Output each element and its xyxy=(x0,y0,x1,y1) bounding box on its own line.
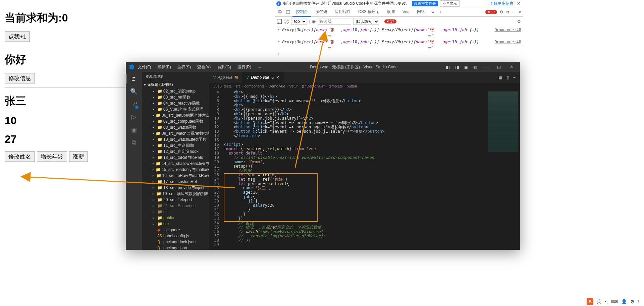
tree-node[interactable]: JSbabel.config.js xyxy=(142,233,209,239)
ime-lang[interactable]: 英 xyxy=(597,299,601,305)
live-expression-icon[interactable]: ◉ xyxy=(312,19,316,24)
menu-edit[interactable]: 编辑(E) xyxy=(155,65,174,69)
frame-select[interactable]: top xyxy=(291,18,307,25)
increment-button[interactable]: 点我+1 xyxy=(5,32,30,42)
workspace-root[interactable]: ▾ 无标题 (工作区) xyxy=(142,81,209,88)
tree-node[interactable]: ▸📁20_src_Teleport xyxy=(142,197,209,203)
layout-icon[interactable]: ◨ xyxy=(453,65,461,70)
menu-go[interactable]: 转到(G) xyxy=(215,65,234,69)
log-level-select[interactable]: 默认级别 xyxy=(353,18,379,25)
tree-node[interactable]: ▸📁07_src_computed函数 xyxy=(142,118,209,124)
tree-node[interactable]: {}package.json xyxy=(142,245,209,250)
tab-application[interactable]: 应用程序 xyxy=(331,7,354,16)
remote-icon[interactable]: ⧉ xyxy=(130,138,138,146)
toggle-console-icon[interactable] xyxy=(277,19,282,24)
tree-node[interactable]: ◆.gitignore xyxy=(142,227,209,233)
menu-selection[interactable]: 选择(S) xyxy=(175,65,194,69)
more-tools-icon[interactable]: ⁝⁝ xyxy=(638,299,641,304)
tab-demo-vue[interactable]: VDemo.vueU✕ xyxy=(242,72,284,83)
tree-node[interactable]: ▸📁dist xyxy=(142,209,209,215)
tab-welcome[interactable]: 欢迎 xyxy=(384,7,398,16)
elements-icon[interactable]: ❐ xyxy=(284,9,292,15)
console-line[interactable]: ▸Proxy(Object) {name: '张三', age: 10, job… xyxy=(275,27,523,39)
learn-more-link[interactable]: 了解更多信息 xyxy=(489,1,514,6)
source-control-icon[interactable]: ⎇ xyxy=(130,100,138,108)
minimize-icon[interactable]: — xyxy=(481,65,492,69)
dock-icon[interactable]: ⧉ xyxy=(506,10,509,14)
tree-node[interactable]: ▸📁09_src_watch监视ref数据的说明 xyxy=(142,130,209,136)
run-debug-icon[interactable]: ▷ xyxy=(130,113,138,121)
grow-age-button[interactable]: 增长年龄 xyxy=(37,151,67,162)
layout-icon[interactable]: ▥ xyxy=(471,65,479,70)
tree-node[interactable]: ▸📁13_src_toRef与toRefs xyxy=(142,155,209,161)
search-icon[interactable]: 🔍 xyxy=(130,87,138,96)
tree-node[interactable]: ▸📁06_src_setup的两个注意点 xyxy=(142,112,209,118)
tree-node[interactable]: ▸📁05_Vue3的响应式原理 xyxy=(142,106,209,112)
ime-punct-icon[interactable]: •, xyxy=(605,299,608,304)
close-window-icon[interactable]: ✕ xyxy=(506,65,517,69)
minimap[interactable] xyxy=(486,89,520,250)
tree-node[interactable]: ▸📁14_src_shallowReactive与shallowRef xyxy=(142,161,209,167)
more-actions-icon[interactable]: ⋯ xyxy=(513,75,517,80)
tree-node[interactable]: ▸📁15_src_readonly与shallowReadonly xyxy=(142,167,209,173)
source-link[interactable]: Demo.vue:48 xyxy=(481,27,521,32)
clear-console-icon[interactable] xyxy=(284,19,289,24)
menu-run[interactable]: 运行(R) xyxy=(235,65,254,69)
tree-node[interactable]: ▸📁03_src_ref函数 xyxy=(142,94,209,100)
settings-icon[interactable]: ⚙ xyxy=(630,299,635,304)
raise-salary-button[interactable]: 涨薪 xyxy=(69,151,88,162)
new-tab-icon[interactable]: ＋ xyxy=(437,9,444,15)
console-line[interactable]: ▸Proxy(Object) {name: '张三', age: 10, job… xyxy=(275,39,523,51)
settings-icon[interactable]: ⚙ xyxy=(500,10,503,14)
sogou-ime-icon[interactable]: S xyxy=(587,298,593,305)
tree-node[interactable]: ▸📁19_src_响应式数据的判断 xyxy=(142,191,209,197)
do-not-show-button[interactable]: 不再显示 xyxy=(440,0,460,7)
tree-node[interactable]: ▸📁public xyxy=(142,215,209,221)
tree-node[interactable]: ▸📁08_src_watch函数 xyxy=(142,124,209,130)
change-msg-button[interactable]: 修改信息 xyxy=(5,73,35,83)
tree-node[interactable]: ▸📁12_src_自定义hook xyxy=(142,148,209,155)
tree-node[interactable]: ▸📁18_src_provide与inject xyxy=(142,185,209,191)
error-count-badge[interactable]: 17 xyxy=(485,10,497,14)
tree-node[interactable]: ▸📁11_src_生命周期 xyxy=(142,142,209,148)
filter-input[interactable] xyxy=(318,18,351,25)
toggle-preview-icon[interactable]: ▦ xyxy=(498,75,502,80)
tab-network[interactable]: 网络 xyxy=(414,7,428,16)
set-root-button[interactable]: 设置根文件夹 xyxy=(412,1,438,6)
close-icon[interactable]: ✕ xyxy=(516,1,522,6)
tab-css-overview[interactable]: CSS 概述 ▲ xyxy=(355,7,383,16)
layout-icon[interactable]: ▣ xyxy=(462,65,470,70)
code-editor[interactable]: 4567891011121314151617181920212223242526… xyxy=(209,89,520,250)
source-link[interactable]: Demo.vue:48 xyxy=(481,40,521,44)
tree-node[interactable]: ▸📁10_src_watchEffect函数 xyxy=(142,136,209,142)
device-toolbar-icon[interactable]: ⧉ xyxy=(276,9,284,15)
menu-view[interactable]: 查看(V) xyxy=(195,65,213,69)
console-settings-icon[interactable]: ⚙ xyxy=(517,19,521,24)
tree-node[interactable]: ▸📁02_src_初识setup xyxy=(142,88,209,94)
split-editor-icon[interactable]: ◫ xyxy=(505,75,509,80)
breadcrumb[interactable]: vue3_test1›src›components›Demo.vue›Vetur… xyxy=(209,83,520,89)
tab-vue[interactable]: Vue xyxy=(399,7,413,16)
tree-node[interactable]: {}package-lock.json xyxy=(142,239,209,245)
menu-more[interactable]: ··· xyxy=(255,65,264,69)
layout-icon[interactable]: ◧ xyxy=(444,65,452,70)
tab-app-vue[interactable]: VApp.vueM xyxy=(209,72,242,83)
tree-node[interactable]: ▸📁21_src_Suspense xyxy=(142,203,209,209)
tree-node[interactable]: ▸📁04_src_reactive函数 xyxy=(142,100,209,106)
more-icon[interactable]: ⋯ xyxy=(512,10,516,14)
console-prompt[interactable]: › xyxy=(275,51,523,57)
extensions-icon[interactable]: ▣ xyxy=(130,126,138,134)
tree-node[interactable]: ▸📁src xyxy=(142,221,209,227)
explorer-icon[interactable]: 🗎 xyxy=(130,75,138,83)
tab-console[interactable]: 控制台 xyxy=(292,8,311,17)
tree-node[interactable]: ▸📁16_src_toRaw与markRaw xyxy=(142,173,209,179)
menu-file[interactable]: 文件(F) xyxy=(135,65,154,69)
hidden-errors-badge[interactable]: 17 xyxy=(384,19,396,23)
keyboard-icon[interactable]: ⌨ xyxy=(611,299,618,304)
vscode-titlebar[interactable]: 文件(F) 编辑(E) 选择(S) 查看(V) 转到(G) 运行(R) ··· … xyxy=(126,62,520,72)
close-devtools-icon[interactable]: ✕ xyxy=(519,10,522,14)
tab-sources[interactable]: 源代码 xyxy=(312,7,331,16)
user-icon[interactable]: 👤 xyxy=(621,299,627,304)
more-tabs-icon[interactable]: » xyxy=(429,9,436,15)
maximize-icon[interactable]: ▢ xyxy=(493,65,505,69)
